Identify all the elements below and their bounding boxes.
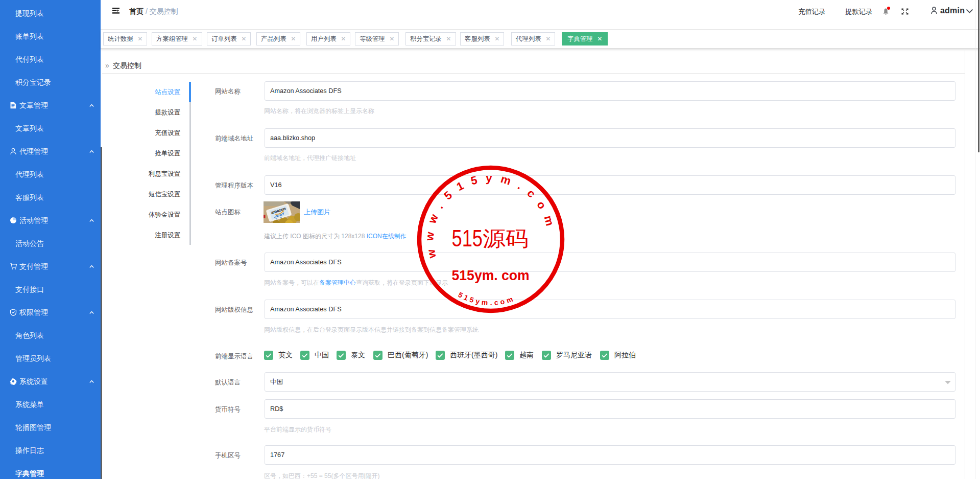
- svg-text:515ym. com: 515ym. com: [452, 268, 530, 283]
- svg-text:源码: 源码: [483, 227, 529, 250]
- svg-text:515: 515: [452, 224, 483, 252]
